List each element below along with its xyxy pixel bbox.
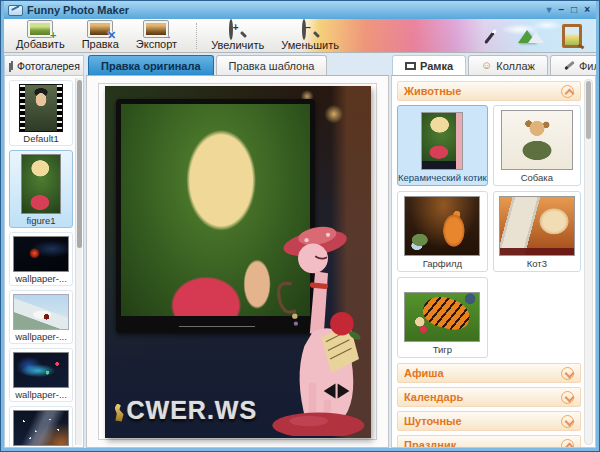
add-button[interactable]: + Добавить	[16, 21, 65, 50]
watermark: CWER.WS	[115, 398, 258, 422]
zoom-in-icon: +	[229, 21, 246, 38]
templates-body: Животные Керамический котик Собака Гарфи	[391, 76, 596, 448]
frame-item-cat3[interactable]: Кот3	[493, 191, 581, 272]
frames-grid: Керамический котик Собака Гарфилд Кот3	[397, 105, 581, 358]
landscape-icon[interactable]	[516, 27, 546, 45]
category-animals[interactable]: Животные	[397, 81, 581, 101]
frame-tab-icon	[405, 62, 416, 70]
gallery-thumbnail-image	[21, 154, 61, 214]
gallery-thumbnail-image	[13, 410, 69, 446]
gallery-item-wallpaper-2[interactable]: wallpaper-...	[9, 290, 73, 344]
zoom-in-button[interactable]: + Увеличить	[211, 21, 264, 51]
menu-dropdown-icon[interactable]: ▾	[547, 5, 552, 15]
title-bar: Funny Photo Maker ▾ – □ ×	[4, 1, 596, 19]
export-photo-icon: →	[144, 21, 168, 37]
minimize-icon[interactable]: –	[559, 5, 565, 15]
frame-item-dog[interactable]: Собака	[493, 105, 581, 186]
gallery-item-default1[interactable]: Default1	[9, 80, 73, 146]
frame-item-ceramic-cat[interactable]: Керамический котик	[397, 105, 488, 186]
magic-wand-icon[interactable]	[480, 26, 500, 46]
gallery-item-wallpaper-3[interactable]: wallpaper-...	[9, 348, 73, 402]
photo-gallery-panel: Фотогалерея Default1 figure1 wallpaper-.…	[4, 55, 84, 448]
chevron-down-icon	[561, 415, 574, 428]
frame-item-garfield[interactable]: Гарфилд	[397, 191, 488, 272]
add-photo-icon: +	[28, 21, 52, 37]
frame-thumbnail-image	[404, 196, 480, 256]
chevron-down-icon	[561, 367, 574, 380]
maximize-icon[interactable]: □	[571, 5, 577, 15]
templates-scrollbar-thumb[interactable]	[586, 81, 591, 139]
frame-thumbnail-image	[421, 112, 463, 170]
tab-edit-original[interactable]: Правка оригинала	[88, 55, 214, 75]
templates-panel: Рамка ☺ Коллаж Фильтры Животные	[391, 55, 596, 448]
tab-frame[interactable]: Рамка	[392, 55, 466, 75]
gallery-scrollbar[interactable]	[75, 78, 82, 445]
zoom-out-button[interactable]: − Уменьшить	[281, 21, 339, 51]
gallery-item-figure1[interactable]: figure1	[9, 150, 73, 228]
gallery-thumbnail-image	[13, 236, 69, 272]
photo-gallery-list: Default1 figure1 wallpaper-... wallpaper…	[5, 76, 83, 447]
chevron-down-icon	[561, 391, 574, 404]
watermark-text: CWER.WS	[127, 398, 258, 422]
edit-photo-icon: ✕	[88, 21, 112, 37]
photo-gallery-icon	[11, 61, 13, 70]
tab-collage[interactable]: ☺ Коллаж	[468, 55, 548, 75]
frame-thumbnail-image	[404, 292, 480, 342]
toolbar-separator	[196, 23, 197, 49]
editor-panel: Правка оригинала Правка шаблона	[86, 55, 389, 448]
templates-tab-bar: Рамка ☺ Коллаж Фильтры	[391, 55, 596, 76]
frame-thumbnail-image	[499, 196, 575, 256]
app-icon	[8, 5, 23, 16]
gallery-thumbnail-image	[13, 294, 69, 330]
main-toolbar: + Добавить ✕ Правка → Экспорт + Увеличит…	[4, 19, 596, 53]
category-jokes[interactable]: Шуточные	[397, 411, 581, 431]
photo-frame-icon[interactable]	[562, 24, 582, 48]
gallery-scrollbar-thumb[interactable]	[77, 80, 82, 248]
export-button[interactable]: → Экспорт	[136, 21, 177, 50]
ceramic-cat-figurine	[259, 222, 367, 436]
chevron-up-icon	[561, 439, 574, 449]
window-title: Funny Photo Maker	[27, 4, 543, 16]
chevron-up-icon	[561, 85, 574, 98]
editor-tab-bar: Правка оригинала Правка шаблона	[86, 55, 389, 76]
preview-image[interactable]: CWER.WS	[105, 86, 371, 438]
gallery-thumbnail-image	[13, 352, 69, 388]
close-icon[interactable]: ×	[584, 5, 590, 15]
tab-edit-template[interactable]: Правка шаблона	[216, 55, 328, 75]
edit-button[interactable]: ✕ Правка	[82, 21, 119, 50]
frame-item-tiger[interactable]: Тигр	[397, 277, 488, 358]
gallery-item-wallpaper-1[interactable]: wallpaper-...	[9, 232, 73, 286]
editor-canvas[interactable]: CWER.WS	[98, 83, 377, 440]
category-calendar[interactable]: Календарь	[397, 387, 581, 407]
collage-smiley-icon: ☺	[481, 60, 492, 71]
category-holiday[interactable]: Праздник	[397, 435, 581, 448]
watermark-figurine-icon	[115, 404, 124, 422]
tab-filters[interactable]: Фильтры	[550, 55, 596, 75]
gallery-thumbnail-image	[19, 84, 63, 132]
category-posters[interactable]: Афиша	[397, 363, 581, 383]
editor-workspace: CWER.WS	[86, 76, 389, 448]
frame-thumbnail-image	[501, 110, 573, 170]
preview-caption-line	[179, 326, 255, 327]
content-area: Фотогалерея Default1 figure1 wallpaper-.…	[4, 53, 596, 448]
photo-gallery-header: Фотогалерея	[5, 56, 83, 76]
templates-scrollbar[interactable]	[584, 79, 593, 445]
gallery-item-wallpaper-4[interactable]: wallpaper-...	[9, 406, 73, 447]
app-window: Funny Photo Maker ▾ – □ × + Добавить ✕ П…	[0, 0, 600, 452]
zoom-out-icon: −	[302, 21, 319, 38]
filters-pencil-icon	[563, 60, 575, 72]
